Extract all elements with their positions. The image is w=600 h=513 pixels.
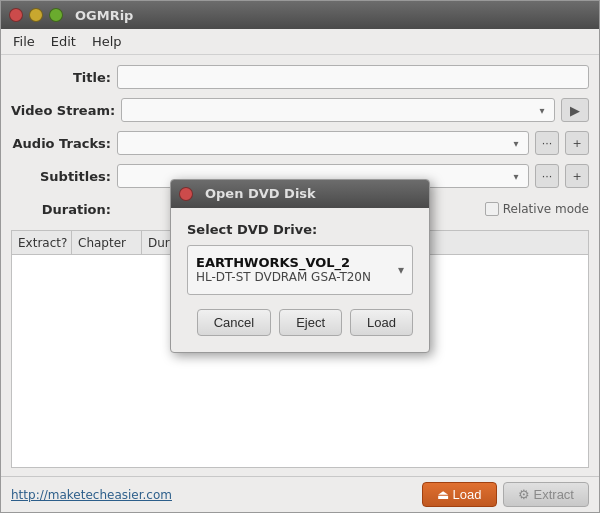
load-button[interactable]: Load <box>350 309 413 336</box>
bottom-bar: http://maketecheasier.com ⏏ Load ⚙ Extra… <box>1 476 599 512</box>
dvd-drive-select[interactable]: EARTHWORKS_VOL_2 HL-DT-ST DVDRAM GSA-T20… <box>187 245 413 295</box>
extract-icon: ⚙ <box>518 487 530 502</box>
eject-button[interactable]: Eject <box>279 309 342 336</box>
drive-model: HL-DT-ST DVDRAM GSA-T20N <box>196 270 404 284</box>
main-content: Title: Video Stream: ▾ ▶ Audio Tracks: ▾… <box>1 55 599 476</box>
dialog-buttons: Cancel Eject Load <box>187 309 413 336</box>
dialog-section-label: Select DVD Drive: <box>187 222 413 237</box>
url-link[interactable]: http://maketecheasier.com <box>11 488 172 502</box>
menu-file[interactable]: File <box>5 32 43 51</box>
load-icon: ⏏ <box>437 487 449 502</box>
dialog-overlay: Open DVD Disk Select DVD Drive: EARTHWOR… <box>1 55 599 476</box>
main-extract-button[interactable]: ⚙ Extract <box>503 482 589 507</box>
titlebar: OGMRip <box>1 1 599 29</box>
close-button[interactable] <box>9 8 23 22</box>
dialog-body: Select DVD Drive: EARTHWORKS_VOL_2 HL-DT… <box>171 208 429 352</box>
bottom-buttons: ⏏ Load ⚙ Extract <box>422 482 589 507</box>
dialog-titlebar: Open DVD Disk <box>171 180 429 208</box>
cancel-button[interactable]: Cancel <box>197 309 271 336</box>
window-title: OGMRip <box>75 8 133 23</box>
minimize-button[interactable] <box>29 8 43 22</box>
drive-select-arrow-icon: ▾ <box>398 263 404 277</box>
main-load-button[interactable]: ⏏ Load <box>422 482 497 507</box>
open-dvd-dialog: Open DVD Disk Select DVD Drive: EARTHWOR… <box>170 179 430 353</box>
menu-edit[interactable]: Edit <box>43 32 84 51</box>
maximize-button[interactable] <box>49 8 63 22</box>
drive-name: EARTHWORKS_VOL_2 <box>196 255 404 270</box>
menu-help[interactable]: Help <box>84 32 130 51</box>
main-load-label: Load <box>453 487 482 502</box>
main-window: OGMRip File Edit Help Title: Video Strea… <box>0 0 600 513</box>
menubar: File Edit Help <box>1 29 599 55</box>
main-extract-label: Extract <box>534 487 574 502</box>
dialog-close-button[interactable] <box>179 187 193 201</box>
dialog-title: Open DVD Disk <box>205 186 316 201</box>
